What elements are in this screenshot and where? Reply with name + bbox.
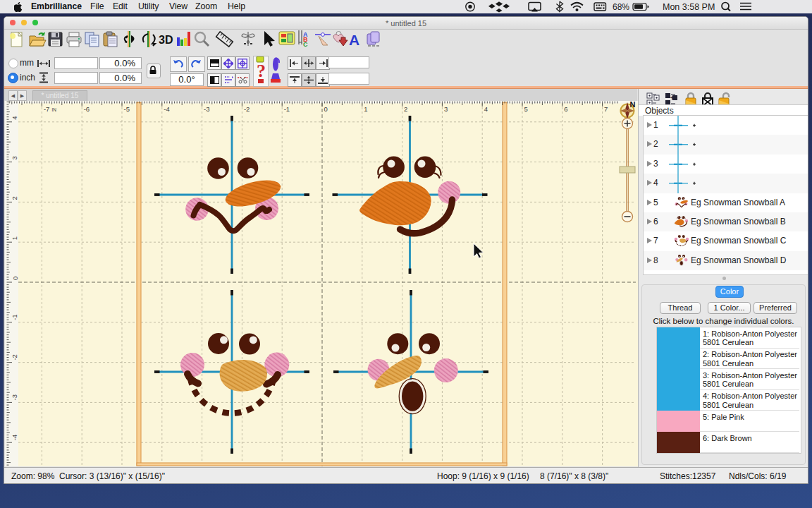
svg-text:3: 3 xyxy=(11,156,19,159)
svg-text:IN: IN xyxy=(51,107,56,112)
svg-text:-5: -5 xyxy=(124,105,130,113)
svg-text:2: 2 xyxy=(404,105,407,113)
svg-text:68%: 68% xyxy=(613,2,629,12)
svg-text:N: N xyxy=(630,101,636,109)
svg-text:A: A xyxy=(349,32,359,48)
svg-text:-1: -1 xyxy=(11,314,19,320)
svg-text:4: 4 xyxy=(11,116,19,120)
svg-text:5: 5 xyxy=(524,105,528,113)
svg-text:-1: -1 xyxy=(284,105,290,113)
svg-text:1: 1 xyxy=(364,105,367,113)
svg-text:C: C xyxy=(303,41,308,48)
svg-text:?: ? xyxy=(257,61,266,81)
svg-text:-4: -4 xyxy=(11,435,19,440)
svg-text:-2: -2 xyxy=(11,354,19,360)
svg-text:4: 4 xyxy=(484,105,488,113)
svg-text:+: + xyxy=(670,95,674,102)
svg-text:3: 3 xyxy=(444,105,448,113)
svg-text:-3: -3 xyxy=(11,394,19,400)
svg-text:0: 0 xyxy=(324,105,328,113)
svg-text:-6: -6 xyxy=(84,105,90,113)
svg-text:2: 2 xyxy=(11,196,19,200)
svg-text:-3: -3 xyxy=(204,105,209,113)
svg-text:7: 7 xyxy=(604,105,608,113)
svg-text:0: 0 xyxy=(11,277,19,280)
svg-text:1: 1 xyxy=(11,236,19,240)
svg-text:-2: -2 xyxy=(244,105,250,113)
svg-text:-7: -7 xyxy=(44,105,49,113)
svg-text:6: 6 xyxy=(564,105,567,113)
svg-text:3D: 3D xyxy=(159,34,173,46)
svg-text:Mon 3:58 PM: Mon 3:58 PM xyxy=(663,2,715,12)
svg-text:-4: -4 xyxy=(164,105,169,113)
